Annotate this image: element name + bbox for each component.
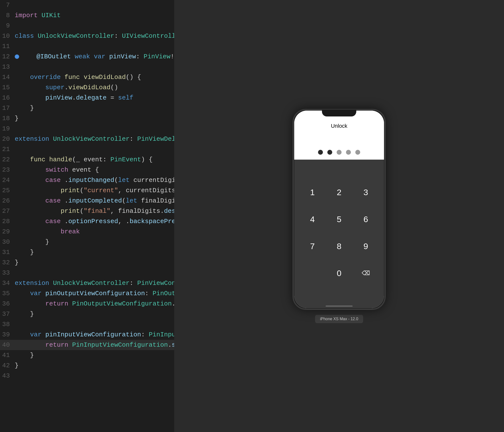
line-number: 25 <box>0 185 15 196</box>
token <box>15 177 45 184</box>
token: . <box>172 300 174 307</box>
keypad-row: 0⌫ <box>299 260 379 287</box>
code-line: 12 @IBOutlet weak var pinView: PinView! <box>0 51 174 62</box>
token <box>41 331 45 338</box>
token <box>45 156 49 163</box>
line-number: 17 <box>0 103 15 113</box>
line-number: 15 <box>0 82 15 93</box>
token: () <box>110 84 118 91</box>
code-line: 11 <box>0 41 174 51</box>
token: delegate <box>76 94 107 102</box>
line-content: } <box>15 360 174 371</box>
line-content: case .optionPressed, .backspacePressed: <box>15 216 174 227</box>
line-number: 21 <box>0 144 15 154</box>
line-content: func handle(_ event: PinEvent) { <box>15 154 174 165</box>
screen-keypad[interactable]: 1234567890⌫ <box>294 160 384 308</box>
token <box>80 74 84 81</box>
token <box>15 187 61 194</box>
code-line: 10class UnlockViewController: UIViewCont… <box>0 31 174 41</box>
code-line: 8import UIKit <box>0 10 174 21</box>
code-line: 16 pinView.delegate = self <box>0 93 174 103</box>
token <box>15 300 45 307</box>
line-content: override func viewDidLoad() { <box>15 72 174 82</box>
pin-dot <box>346 150 351 155</box>
line-number: 31 <box>0 247 15 257</box>
token: , finalDigits. <box>110 207 164 215</box>
token: var <box>30 331 41 338</box>
line-content: extension UnlockViewController: PinViewD… <box>15 134 174 144</box>
line-content: } <box>15 113 174 124</box>
token: } <box>15 362 19 369</box>
code-line: 30 } <box>0 237 174 247</box>
token: UIKit <box>41 12 61 19</box>
token: backspacePressed <box>130 218 174 225</box>
keypad-key-8[interactable]: 8 <box>329 236 349 256</box>
line-number: 12 <box>0 51 15 62</box>
line-number: 8 <box>0 10 15 21</box>
backspace-key[interactable]: ⌫ <box>356 263 376 283</box>
line-number: 7 <box>0 0 15 10</box>
backspace-icon: ⌫ <box>362 270 370 277</box>
token: weak <box>75 53 90 60</box>
code-line: 23 switch event { <box>0 165 174 175</box>
token: pinView <box>45 94 72 102</box>
pin-dot <box>327 150 332 155</box>
code-line: 39 var pinInputViewConfiguration: PinInp… <box>0 330 174 340</box>
unlock-title: Unlock <box>331 123 347 129</box>
token: "current" <box>84 187 118 194</box>
keypad-key-2[interactable]: 2 <box>329 182 349 202</box>
token: return <box>45 341 68 349</box>
token: } <box>15 104 34 112</box>
line-content: case .inputChanged(let currentDigits): <box>15 175 174 185</box>
line-content: var pinOutputViewConfiguration: PinOutpu… <box>15 288 174 299</box>
line-content: print("current", currentDigits.descripti… <box>15 185 174 196</box>
token: } <box>15 259 19 266</box>
token: currentDigits): <box>130 177 174 184</box>
line-number: 32 <box>0 257 15 268</box>
keypad-key-1[interactable]: 1 <box>303 182 322 202</box>
line-content: print("final", finalDigits.description) <box>15 206 174 216</box>
token: } <box>15 115 19 122</box>
keypad-row: 123 <box>299 179 379 206</box>
code-line: 18} <box>0 113 174 124</box>
pin-dots <box>318 150 360 155</box>
line-number: 38 <box>0 319 15 330</box>
code-line: 43 <box>0 371 174 381</box>
token <box>15 331 30 338</box>
token: optionPressed <box>68 218 118 225</box>
keypad-key-0[interactable]: 0 <box>329 263 349 283</box>
token: pinOutputViewConfiguration <box>45 290 145 297</box>
token: case <box>45 197 61 204</box>
code-line: 36 return PinOutputViewConfiguration.sta… <box>0 299 174 309</box>
line-content: var pinInputViewConfiguration: PinInputV… <box>15 330 174 340</box>
token: extension <box>15 135 49 143</box>
token: let <box>118 177 130 184</box>
code-line: 9 <box>0 21 174 31</box>
keypad-key-5[interactable]: 5 <box>329 209 349 229</box>
token: switch <box>45 166 68 174</box>
line-content: } <box>15 247 174 257</box>
code-line: 33 <box>0 268 174 278</box>
line-number: 16 <box>0 93 15 103</box>
keypad-key-7[interactable]: 7 <box>303 236 322 256</box>
phone-wrapper: Unlock 1234567890⌫ iPhone XS Max - 12.0 <box>292 109 386 323</box>
token: ( <box>122 197 126 204</box>
line-content: } <box>15 103 174 113</box>
line-number: 39 <box>0 330 15 340</box>
token <box>49 135 53 143</box>
iphone-screen: Unlock 1234567890⌫ <box>294 111 384 308</box>
code-line: 26 case .inputCompleted(let finalDigits)… <box>0 196 174 206</box>
keypad-key-6[interactable]: 6 <box>356 209 376 229</box>
keypad-key-4[interactable]: 4 <box>303 209 322 229</box>
token <box>15 156 30 163</box>
token: print <box>61 207 80 215</box>
keypad-key-3[interactable]: 3 <box>356 182 376 202</box>
token: finalDigits): <box>137 197 174 204</box>
token: UnlockViewController <box>53 280 130 287</box>
keypad-key-9[interactable]: 9 <box>356 236 376 256</box>
line-number: 20 <box>0 134 15 144</box>
code-editor: 78import UIKit910class UnlockViewControl… <box>0 0 174 432</box>
code-line: 15 super.viewDidLoad() <box>0 82 174 93</box>
token: event { <box>68 166 99 174</box>
token: PinOutputViewConfiguration <box>153 290 174 297</box>
